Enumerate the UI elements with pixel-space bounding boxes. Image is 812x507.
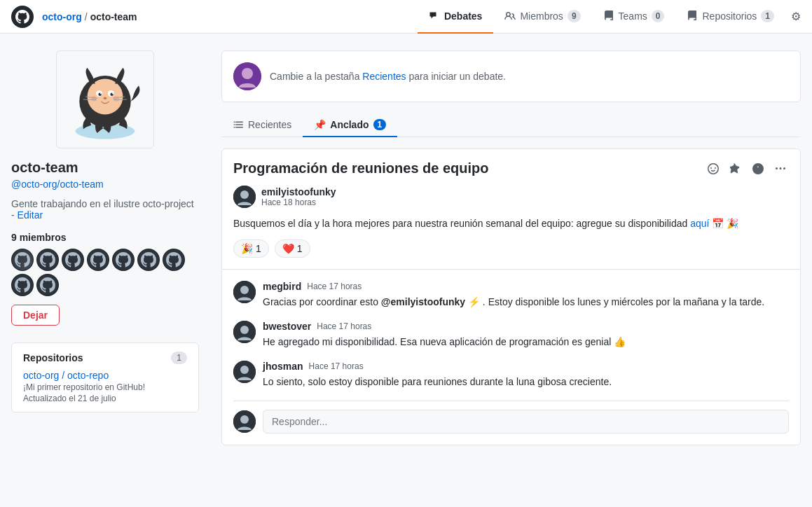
comment-avatar [233, 321, 256, 343]
main-content: Cambie a la pestaña Recientes para inici… [210, 34, 812, 462]
settings-icon[interactable]: ⚙ [791, 10, 801, 23]
teams-badge: 0 [652, 10, 665, 22]
discussion-actions [705, 160, 789, 180]
svg-point-8 [112, 93, 113, 95]
reply-box [233, 401, 789, 433]
member-avatar[interactable] [87, 249, 109, 271]
member-avatar[interactable] [36, 274, 59, 296]
svg-point-7 [100, 93, 102, 95]
member-avatar[interactable] [36, 249, 59, 271]
comment-header: jhosman Hace 17 horas [263, 361, 789, 372]
reply-avatar [233, 410, 256, 433]
tab-navigation: Debates Miembros 9 Teams 0 Repositorios … [418, 0, 801, 33]
svg-line-15 [113, 99, 127, 100]
comment-text: He agregado mi disponibilidad. Esa nueva… [263, 335, 789, 349]
comment: jhosman Hace 17 horas Lo siento, solo es… [233, 361, 789, 389]
breadcrumb: octo-org / octo-team [42, 11, 137, 22]
member-avatar[interactable] [137, 249, 160, 271]
members-section: 9 miembros Dejar [11, 232, 199, 326]
info-text: Cambie a la pestaña Recientes para inici… [270, 71, 506, 82]
svg-point-17 [242, 68, 253, 79]
sidebar: octo-team @octo-org/octo-team Gente trab… [0, 34, 210, 462]
repo-link[interactable]: octo-org / octo-repo [23, 370, 109, 381]
tab-teams[interactable]: Teams 0 [592, 0, 676, 34]
comment-time: Hace 17 horas [317, 321, 371, 331]
comment-author: megbird [263, 281, 301, 292]
member-avatars [11, 249, 199, 296]
repos-section: Repositorios 1 octo-org / octo-repo ¡Mi … [11, 342, 199, 412]
post-author-name: emilyistoofunky [261, 186, 336, 197]
discussion-header: Programación de reuniones de equipo [233, 160, 789, 180]
repos-title: Repositorios [23, 352, 83, 363]
post-author-info: emilyistoofunky Hace 18 horas [261, 186, 336, 207]
comment-avatar [233, 281, 256, 303]
svg-point-21 [240, 286, 249, 294]
member-avatar[interactable] [112, 249, 135, 271]
breadcrumb-separator: / [85, 11, 88, 22]
repos-count: 1 [171, 352, 187, 364]
sub-tab-recientes-label: Recientes [248, 119, 291, 130]
repo-description: ¡Mi primer repositorio en GitHub! [23, 382, 187, 392]
edit-link[interactable]: Editar [18, 209, 43, 221]
tab-repositorios[interactable]: Repositorios 1 [675, 0, 785, 34]
comment-author: bwestover [263, 321, 311, 332]
mute-action-button[interactable] [750, 160, 766, 180]
comments-divider [222, 269, 800, 270]
tab-debates[interactable]: Debates [418, 0, 493, 34]
comment-avatar [233, 361, 256, 383]
svg-point-11 [104, 97, 107, 99]
more-action-button[interactable] [772, 160, 789, 180]
leave-button[interactable]: Dejar [11, 305, 60, 326]
comment-author: jhosman [263, 361, 303, 372]
post-body: Busquemos el día y la hora mejores para … [233, 216, 789, 231]
sub-tab-anclado-label: Anclado [330, 119, 369, 130]
emoji-action-button[interactable] [705, 160, 722, 180]
page-layout: octo-team @octo-org/octo-team Gente trab… [0, 34, 812, 462]
comment: megbird Hace 17 horas Gracias por coordi… [233, 281, 789, 310]
pin-action-button[interactable] [727, 160, 744, 180]
tab-miembros[interactable]: Miembros 9 [493, 0, 591, 34]
comment-text: Lo siento, solo estoy disponible para re… [263, 375, 789, 389]
repo-updated: Actualizado el 21 de julio [23, 394, 187, 403]
comment-body: jhosman Hace 17 horas Lo siento, solo es… [263, 361, 789, 389]
info-banner: Cambie a la pestaña Recientes para inici… [221, 50, 801, 102]
member-avatar[interactable] [11, 274, 34, 296]
svg-point-9 [91, 96, 97, 102]
breadcrumb-team: octo-team [90, 11, 137, 22]
repos-header: Repositorios 1 [23, 352, 187, 364]
discussion-card: Programación de reuniones de equipo [221, 148, 801, 445]
comment-body: megbird Hace 17 horas Gracias por coordi… [263, 281, 789, 310]
top-nav: octo-org / octo-team Debates Miembros 9 … [0, 0, 812, 34]
members-title: 9 miembros [11, 232, 199, 243]
member-avatar[interactable] [62, 249, 84, 271]
svg-line-13 [83, 99, 97, 100]
svg-point-10 [113, 96, 119, 102]
team-avatar [56, 50, 154, 148]
recientes-link[interactable]: Recientes [362, 71, 406, 82]
github-logo [11, 6, 34, 28]
availability-link[interactable]: aquí [690, 218, 709, 229]
svg-point-25 [240, 366, 249, 374]
comment-body: bwestover Hace 17 horas He agregado mi d… [263, 321, 789, 349]
member-avatar[interactable] [11, 249, 34, 271]
svg-point-19 [240, 190, 249, 199]
comment-time: Hace 17 horas [309, 361, 364, 371]
sub-tabs: Recientes 📌 Anclado 1 [221, 113, 801, 137]
sub-tab-anclado[interactable]: 📌 Anclado 1 [303, 113, 397, 137]
discussion-title: Programación de reuniones de equipo [233, 160, 489, 176]
reply-input[interactable] [263, 410, 789, 433]
team-name: octo-team [11, 160, 199, 176]
member-avatar[interactable] [163, 249, 185, 271]
post-meta: emilyistoofunky Hace 18 horas [233, 186, 789, 208]
miembros-badge: 9 [567, 10, 581, 22]
post-author-avatar [233, 186, 256, 208]
reaction-heart-button[interactable]: ❤️ 1 [275, 239, 310, 258]
comment-text: Gracias por coordinar esto @emilyistoofu… [263, 295, 789, 310]
breadcrumb-org[interactable]: octo-org [42, 11, 82, 22]
team-description: Gente trabajando en el ilustre octo-proj… [11, 198, 199, 221]
sub-tab-recientes[interactable]: Recientes [221, 113, 303, 137]
reaction-party-button[interactable]: 🎉 1 [233, 239, 269, 258]
repos-badge: 1 [761, 10, 774, 22]
svg-point-27 [240, 415, 249, 424]
team-avatar-container [11, 50, 199, 148]
